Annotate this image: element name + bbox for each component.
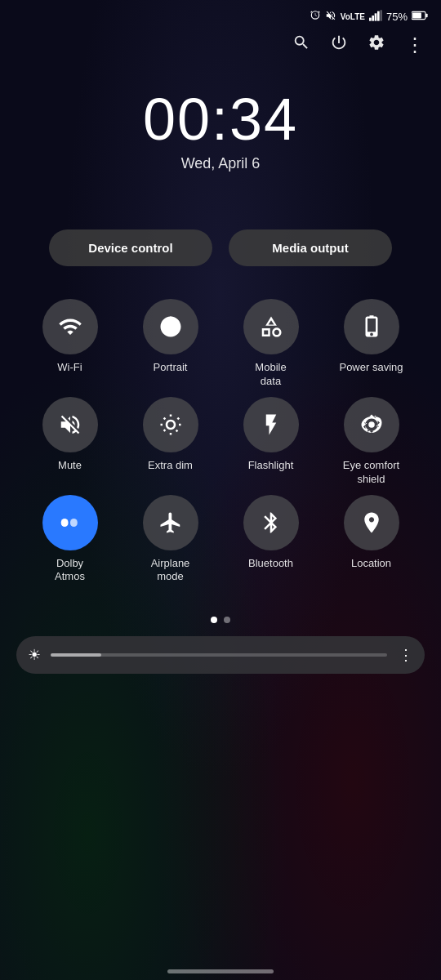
- tiles-row-2: Mute Extra dim Flashlight: [20, 397, 421, 487]
- svg-rect-4: [380, 10, 382, 20]
- bluetooth-icon-circle: [243, 495, 299, 550]
- svg-rect-10: [70, 519, 78, 527]
- wifi-icon-circle: [42, 299, 98, 354]
- more-options-button[interactable]: ⋮: [405, 35, 425, 55]
- tile-wifi[interactable]: Wi-Fi: [25, 299, 115, 389]
- clock-date: Wed, April 6: [0, 155, 441, 172]
- home-indicator: [167, 969, 274, 973]
- status-bar: VoLTE 75%: [0, 0, 441, 30]
- quick-action-bar: ⋮: [0, 30, 441, 65]
- battery-icon: [412, 11, 428, 23]
- tile-airplane-mode[interactable]: Airplanemode: [126, 495, 216, 585]
- tile-dolby-atmos[interactable]: DolbyAtmos: [25, 495, 115, 585]
- eye-comfort-label: Eye comfortshield: [343, 459, 399, 487]
- volte-icon: VoLTE: [341, 12, 365, 21]
- brightness-more-button[interactable]: ⋮: [399, 646, 413, 664]
- brightness-fill: [51, 653, 101, 657]
- tile-power-saving[interactable]: Power saving: [327, 299, 416, 389]
- svg-rect-9: [60, 519, 68, 527]
- brightness-track[interactable]: [51, 653, 387, 657]
- quick-tiles-container: Wi-Fi Portrait Mobiledata: [0, 283, 441, 600]
- brightness-bar[interactable]: ☀ ⋮: [16, 636, 425, 674]
- tile-eye-comfort[interactable]: Eye comfortshield: [327, 397, 416, 487]
- tile-mobile-data[interactable]: Mobiledata: [226, 299, 316, 389]
- airplane-mode-icon-circle: [143, 495, 198, 550]
- tile-location[interactable]: Location: [327, 495, 416, 585]
- tile-bluetooth[interactable]: Bluetooth: [226, 495, 316, 585]
- page-dot-1[interactable]: [211, 617, 217, 623]
- mobile-data-icon-circle: [243, 299, 299, 354]
- power-saving-icon-circle: [344, 299, 399, 354]
- svg-rect-2: [375, 13, 377, 20]
- dolby-atmos-label: DolbyAtmos: [55, 557, 85, 585]
- mute-label: Mute: [58, 459, 82, 473]
- portrait-label: Portrait: [154, 361, 188, 375]
- eye-comfort-icon-circle: [344, 397, 399, 452]
- mobile-data-label: Mobiledata: [255, 361, 286, 389]
- svg-rect-1: [372, 16, 374, 21]
- mute-icon-circle: [42, 397, 98, 452]
- svg-rect-0: [369, 18, 372, 21]
- flashlight-label: Flashlight: [248, 459, 294, 473]
- wifi-label: Wi-Fi: [57, 361, 82, 375]
- power-button[interactable]: [330, 33, 348, 56]
- svg-rect-6: [425, 14, 427, 18]
- search-button[interactable]: [292, 33, 310, 56]
- battery-percentage: 75%: [386, 11, 408, 23]
- bluetooth-label: Bluetooth: [248, 557, 293, 571]
- tiles-row-3: DolbyAtmos Airplanemode Bluetooth: [20, 495, 421, 585]
- svg-point-8: [368, 421, 375, 428]
- dolby-atmos-icon-circle: [42, 495, 98, 550]
- page-dot-2[interactable]: [224, 617, 230, 623]
- status-icons: VoLTE 75%: [310, 10, 428, 24]
- portrait-icon-circle: [143, 299, 198, 354]
- tile-extra-dim[interactable]: Extra dim: [126, 397, 216, 487]
- tile-mute[interactable]: Mute: [25, 397, 115, 487]
- svg-rect-3: [377, 11, 380, 21]
- airplane-mode-label: Airplanemode: [151, 557, 190, 585]
- location-label: Location: [351, 557, 391, 571]
- mute-status-icon: [325, 10, 336, 24]
- svg-rect-7: [412, 13, 421, 19]
- alarm-icon: [310, 10, 321, 24]
- tile-flashlight[interactable]: Flashlight: [226, 397, 316, 487]
- clock-time: 00:34: [0, 90, 441, 149]
- extra-dim-label: Extra dim: [148, 459, 193, 473]
- page-indicators: [0, 600, 441, 636]
- media-output-button[interactable]: Media output: [229, 229, 392, 266]
- flashlight-icon-circle: [243, 397, 299, 452]
- device-control-button[interactable]: Device control: [49, 229, 212, 266]
- tile-portrait[interactable]: Portrait: [126, 299, 216, 389]
- extra-dim-icon-circle: [143, 397, 198, 452]
- settings-button[interactable]: [368, 33, 385, 56]
- clock-section: 00:34 Wed, April 6: [0, 65, 441, 189]
- power-saving-label: Power saving: [339, 361, 403, 375]
- location-icon-circle: [344, 495, 399, 550]
- tiles-row-1: Wi-Fi Portrait Mobiledata: [20, 299, 421, 389]
- signal-icon: [369, 10, 382, 24]
- device-buttons-row: Device control Media output: [0, 189, 441, 283]
- brightness-icon: ☀: [28, 646, 41, 664]
